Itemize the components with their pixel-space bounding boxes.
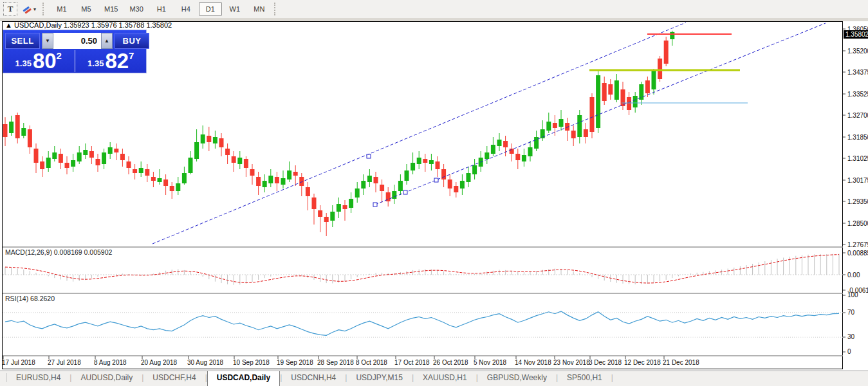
- channel-anchor-handle[interactable]: [403, 190, 407, 194]
- candle-body: [89, 151, 94, 158]
- candle-body: [448, 179, 452, 188]
- candle-body: [163, 179, 168, 186]
- candle-body: [306, 187, 310, 196]
- candle-body: [299, 177, 304, 186]
- candle-body: [374, 177, 378, 183]
- price-axis-label: 1.27675: [847, 241, 868, 248]
- bid-price-big: 80: [33, 51, 57, 71]
- macd-axis-label: 0.00: [847, 271, 860, 279]
- candle-body: [219, 138, 224, 147]
- price-axis-label: 1.35200: [847, 48, 868, 55]
- date-axis-label: 14 Nov 2018: [515, 359, 551, 366]
- candle-body: [120, 154, 125, 160]
- candle-body: [213, 137, 217, 143]
- channel-anchor-handle[interactable]: [367, 154, 371, 158]
- candle-body: [108, 147, 113, 154]
- candle-body: [392, 191, 396, 199]
- ask-price-big: 82: [105, 51, 129, 71]
- candle-body: [664, 41, 669, 64]
- date-axis-label: 3 Dec 2018: [589, 359, 622, 366]
- ask-price: 1.35 82 7: [76, 50, 147, 72]
- date-axis-label: 23 Nov 2018: [553, 359, 590, 366]
- candle-body: [343, 205, 347, 209]
- candle-body: [441, 169, 446, 179]
- channel-anchor-handle[interactable]: [373, 203, 377, 207]
- candle-body: [3, 124, 8, 137]
- rsi-axis-label: 70: [847, 309, 855, 316]
- candle-body: [59, 154, 63, 163]
- date-axis-label: 20 Aug 2018: [141, 359, 178, 366]
- candle-body: [52, 152, 57, 159]
- candle-body: [281, 178, 286, 185]
- candle-body: [189, 158, 193, 173]
- candle-body: [293, 172, 298, 176]
- candle-body: [528, 147, 533, 156]
- rsi-axis-label: 100: [847, 291, 858, 299]
- candle-body: [250, 169, 255, 176]
- chart-tab-bar: EURUSD,H4|AUDUSD,Daily|USDCHF,H4|USDCAD,…: [0, 371, 868, 386]
- sell-button[interactable]: SELL: [5, 33, 40, 49]
- candle-body: [485, 152, 489, 159]
- chart-tab-usdcad[interactable]: USDCAD,Daily: [207, 371, 280, 386]
- volume-decrease-button[interactable]: ▼: [42, 33, 53, 49]
- tabbar-lead-separator: [0, 373, 7, 382]
- candle-body: [652, 70, 656, 89]
- date-axis-label: 5 Nov 2018: [474, 359, 507, 366]
- candle-body: [658, 59, 662, 79]
- candle-body: [367, 176, 372, 182]
- candle-body: [268, 176, 273, 183]
- tab-separator: |: [611, 371, 613, 386]
- chart-tab-usdcnh[interactable]: USDCNH,H4: [282, 371, 345, 386]
- ask-price-pipette: 7: [129, 50, 134, 61]
- macd-axis-label: 0.00885: [847, 250, 868, 257]
- buy-button[interactable]: BUY: [115, 33, 149, 49]
- chart-tab-usdchf[interactable]: USDCHF,H4: [143, 371, 205, 386]
- chart-tab-sp500[interactable]: SP500,H1: [558, 371, 611, 386]
- volume-input[interactable]: [53, 33, 101, 49]
- candle-body: [201, 134, 205, 143]
- candle-body: [151, 177, 156, 181]
- candle-body: [133, 169, 137, 173]
- candle-body: [602, 83, 607, 101]
- date-axis-label: 8 Oct 2018: [356, 359, 387, 366]
- chart-tab-gbpusd[interactable]: GBPUSD,Weekly: [478, 371, 556, 386]
- candle-body: [411, 163, 415, 170]
- candle-body: [194, 142, 199, 159]
- chart-tab-usdjpy[interactable]: USDJPY,M15: [347, 371, 411, 386]
- candle-body: [639, 84, 643, 100]
- candle-body: [232, 156, 236, 163]
- chart-tab-audusd[interactable]: AUDUSD,Daily: [71, 371, 142, 386]
- candle-body: [380, 185, 384, 191]
- channel-anchor-handle[interactable]: [434, 178, 438, 182]
- candle-body: [454, 186, 458, 192]
- candle-body: [102, 152, 106, 164]
- price-axis-label: 1.34375: [847, 69, 868, 76]
- candle-body: [417, 158, 421, 164]
- candle-body: [34, 149, 39, 163]
- date-axis-label: 21 Dec 2018: [663, 359, 699, 366]
- bid-price: 1.35 80 2: [3, 50, 74, 72]
- candle-body: [460, 181, 465, 188]
- chart-tab-xauusd[interactable]: XAUUSD,H1: [414, 371, 476, 386]
- candle-body: [330, 212, 335, 221]
- candle-body: [324, 217, 329, 222]
- date-axis-label: 8 Aug 2018: [94, 359, 127, 366]
- candle-body: [466, 173, 471, 182]
- candle-body: [584, 129, 588, 137]
- volume-increase-button[interactable]: ▲: [101, 33, 113, 49]
- candle-body: [349, 199, 353, 208]
- candle-body: [9, 122, 14, 133]
- candle-body: [256, 177, 261, 186]
- symbol-ohlc-header: ▲ USDCAD,Daily 1.35923 1.35976 1.35788 1…: [5, 21, 172, 29]
- candle-body: [472, 165, 477, 174]
- one-click-trading-panel: SELL ▼ ▲ BUY 1.35 80 2 1.35 82 7: [3, 30, 147, 73]
- candle-body: [28, 129, 32, 147]
- price-axis-label: 1.31025: [847, 155, 868, 162]
- trading-terminal-window: T ▾ M1M5M15M30H1H4D1W1MN 1.360501.352001…: [0, 0, 868, 386]
- candle-body: [621, 89, 625, 106]
- candle-body: [15, 115, 20, 138]
- price-axis-label: 1.32700: [847, 112, 868, 119]
- candle-body: [244, 159, 248, 168]
- chart-tab-eurusd[interactable]: EURUSD,H4: [7, 371, 69, 386]
- candle-body: [287, 170, 291, 179]
